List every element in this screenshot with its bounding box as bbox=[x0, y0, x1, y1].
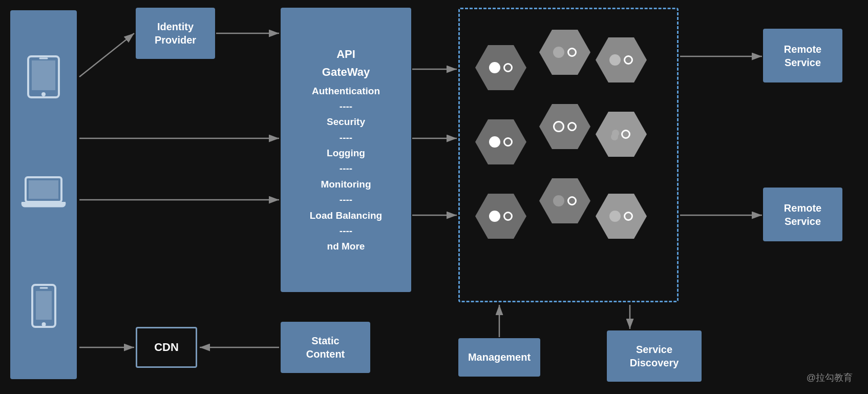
api-gateway-auth: Authentication bbox=[310, 84, 382, 99]
remote-service-1-label: RemoteService bbox=[784, 43, 821, 69]
service-discovery-box: ServiceDiscovery bbox=[607, 330, 702, 382]
hex-3-1 bbox=[475, 194, 526, 239]
hex-2-3 bbox=[596, 112, 647, 157]
static-content-label: StaticContent bbox=[306, 334, 345, 361]
management-label: Management bbox=[468, 351, 531, 363]
api-gateway-more: nd More bbox=[310, 239, 382, 254]
api-gateway-logging: Logging bbox=[310, 146, 382, 161]
api-gateway-sep3: ---- bbox=[310, 161, 382, 176]
identity-provider-label: Identity Provider bbox=[136, 20, 215, 47]
hex-3-3 bbox=[596, 194, 647, 239]
svg-point-24 bbox=[41, 322, 46, 326]
microservices-container bbox=[458, 8, 679, 302]
management-box: Management bbox=[458, 338, 540, 377]
laptop-icon bbox=[20, 175, 67, 215]
svg-rect-16 bbox=[32, 60, 55, 90]
hex-1-1 bbox=[475, 45, 526, 90]
hex-2-2 bbox=[539, 104, 590, 149]
api-gateway-sep4: ---- bbox=[310, 192, 382, 208]
static-content-box: StaticContent bbox=[281, 322, 370, 373]
api-gateway-box: APIGateWay Authentication ---- Security … bbox=[281, 8, 411, 292]
phone-icon bbox=[30, 284, 58, 334]
api-gateway-lb: Load Balancing bbox=[310, 208, 382, 223]
diagram: Identity Provider APIGateWay Authenticat… bbox=[0, 0, 868, 394]
service-discovery-label: ServiceDiscovery bbox=[630, 343, 679, 369]
remote-service-2: RemoteService bbox=[763, 188, 842, 241]
tablet-icon bbox=[26, 55, 61, 106]
svg-rect-23 bbox=[36, 291, 52, 320]
api-gateway-title: APIGateWay bbox=[310, 45, 382, 81]
watermark-text: @拉勾教育 bbox=[807, 372, 853, 383]
cdn-box: CDN bbox=[136, 327, 197, 368]
remote-service-1: RemoteService bbox=[763, 29, 842, 82]
svg-line-2 bbox=[79, 33, 134, 77]
svg-point-17 bbox=[41, 92, 46, 96]
identity-provider-box: Identity Provider bbox=[136, 8, 215, 59]
api-gateway-sep1: ---- bbox=[310, 99, 382, 114]
hex-1-2 bbox=[539, 30, 590, 75]
hex-2-1 bbox=[475, 119, 526, 164]
arrows-layer bbox=[0, 0, 868, 394]
api-gateway-sep5: ---- bbox=[310, 223, 382, 239]
api-gateway-sep2: ---- bbox=[310, 130, 382, 146]
watermark: @拉勾教育 bbox=[807, 371, 853, 384]
left-device-bar bbox=[10, 10, 77, 379]
api-gateway-security: Security bbox=[310, 114, 382, 130]
remote-service-2-label: RemoteService bbox=[784, 201, 821, 228]
hex-1-3 bbox=[596, 37, 647, 82]
svg-rect-20 bbox=[29, 180, 58, 199]
hex-3-2 bbox=[539, 178, 590, 223]
api-gateway-monitoring: Monitoring bbox=[310, 177, 382, 192]
api-gateway-content: APIGateWay Authentication ---- Security … bbox=[310, 45, 382, 255]
cdn-label: CDN bbox=[154, 341, 179, 354]
